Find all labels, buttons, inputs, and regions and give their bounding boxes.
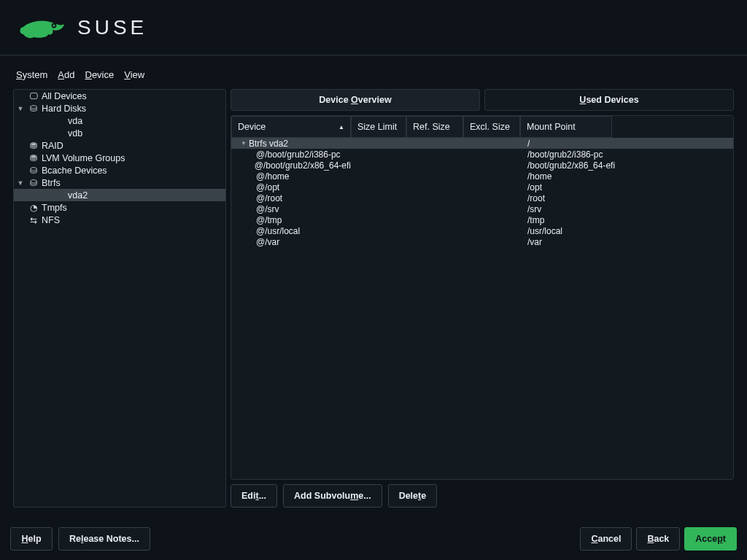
cell-mount: /srv (520, 204, 688, 214)
table-row[interactable]: @/root/root (231, 192, 733, 203)
tree-nfs[interactable]: ⇆ NFS (14, 214, 225, 226)
col-device[interactable]: Device ▲ (231, 116, 351, 138)
chevron-down-icon[interactable]: ▼ (14, 179, 27, 187)
menubar: System Add Device View (0, 64, 747, 85)
cell-device: @/home (256, 171, 290, 182)
cell-device: @/tmp (256, 215, 282, 225)
tree-label: vda2 (66, 190, 88, 201)
tab-device-overview[interactable]: Device Overview (231, 89, 480, 111)
table-body: ▼Btrfs vda2/@/boot/grub2/i386-pc/boot/gr… (231, 138, 733, 247)
tree-vda2[interactable]: vda2 (14, 189, 225, 201)
disk-icon: ⛁ (27, 104, 40, 114)
tree-label: vda (66, 116, 82, 126)
tree-lvm[interactable]: ⛃ LVM Volume Groups (14, 152, 225, 164)
table-header: Device ▲ Size Limit Ref. Size Excl. Size… (231, 116, 733, 138)
footer-bar: Help Release Notes... Cancel Back Accept (0, 518, 747, 560)
cell-device: @/srv (256, 204, 279, 214)
lvm-icon: ⛃ (27, 153, 40, 163)
col-mount-point[interactable]: Mount Point (520, 116, 612, 138)
col-size-limit[interactable]: Size Limit (351, 116, 406, 138)
chevron-down-icon[interactable]: ▼ (239, 140, 249, 147)
table-actions: Edit... Add Subvolume... Delete (231, 484, 734, 508)
tree-label: RAID (40, 141, 63, 151)
tmpfs-icon: ◔ (27, 203, 40, 213)
tree-label: LVM Volume Groups (40, 153, 125, 163)
col-excl-size[interactable]: Excl. Size (463, 116, 520, 138)
btrfs-icon: ⛁ (27, 178, 40, 188)
cell-mount: /boot/grub2/x86_64-efi (520, 160, 688, 171)
tree-hard-disks[interactable]: ▼ ⛁ Hard Disks (14, 102, 225, 114)
geeko-icon (18, 14, 67, 42)
cell-device: Btrfs vda2 (249, 139, 288, 149)
brand-logo: SUSE (18, 14, 147, 42)
svg-point-1 (53, 24, 55, 26)
device-table: Device ▲ Size Limit Ref. Size Excl. Size… (231, 115, 734, 480)
titlebar: SUSE (0, 0, 747, 55)
tree-btrfs[interactable]: ▼ ⛁ Btrfs (14, 176, 225, 189)
table-row[interactable]: @/tmp/tmp (231, 214, 733, 225)
main-area: 🖵 All Devices ▼ ⛁ Hard Disks vda vdb ⛃ R… (0, 85, 747, 508)
table-row[interactable]: @/srv/srv (231, 203, 733, 214)
release-notes-button[interactable]: Release Notes... (58, 527, 150, 551)
cell-mount: /home (520, 171, 688, 182)
menu-add[interactable]: Add (58, 69, 74, 80)
tree-label: Bcache Devices (40, 166, 107, 176)
tabstrip: Device Overview Used Devices (231, 89, 734, 111)
cancel-button[interactable]: Cancel (580, 527, 632, 551)
bcache-icon: ⛁ (27, 166, 40, 176)
menu-device[interactable]: Device (85, 69, 114, 80)
cell-device: @/boot/grub2/i386-pc (256, 149, 341, 160)
help-button[interactable]: Help (10, 527, 53, 551)
cell-mount: /opt (520, 182, 688, 192)
table-row[interactable]: @/boot/grub2/i386-pc/boot/grub2/i386-pc (231, 149, 733, 160)
cell-mount: /var (520, 237, 688, 247)
tree-label: Hard Disks (40, 104, 86, 114)
tree-label: vdb (66, 128, 82, 139)
tree-raid[interactable]: ⛃ RAID (14, 139, 225, 152)
tab-used-devices[interactable]: Used Devices (484, 89, 734, 111)
tree-label: Btrfs (40, 178, 61, 188)
tree-vda[interactable]: vda (14, 114, 225, 127)
tree-bcache[interactable]: ⛁ Bcache Devices (14, 164, 225, 176)
tree-label: NFS (40, 215, 60, 225)
cell-mount: /tmp (520, 215, 688, 225)
col-ref-size[interactable]: Ref. Size (406, 116, 463, 138)
cell-mount: /boot/grub2/i386-pc (520, 149, 688, 160)
tree-vdb[interactable]: vdb (14, 127, 225, 139)
tree-label: All Devices (40, 91, 87, 101)
tree-label: Tmpfs (40, 203, 67, 213)
device-tree[interactable]: 🖵 All Devices ▼ ⛁ Hard Disks vda vdb ⛃ R… (13, 89, 226, 508)
tree-tmpfs[interactable]: ◔ Tmpfs (14, 201, 225, 214)
delete-button[interactable]: Delete (388, 484, 438, 508)
cell-mount: /usr/local (520, 226, 688, 236)
cell-device: @/boot/grub2/x86_64-efi (255, 160, 351, 171)
table-row[interactable]: @/boot/grub2/x86_64-efi/boot/grub2/x86_6… (231, 160, 733, 171)
content-panel: Device Overview Used Devices Device ▲ Si… (231, 89, 734, 508)
table-row[interactable]: ▼Btrfs vda2/ (231, 138, 733, 149)
table-row[interactable]: @/usr/local/usr/local (231, 225, 733, 236)
cell-device: @/usr/local (256, 226, 300, 236)
add-subvolume-button[interactable]: Add Subvolume... (283, 484, 382, 508)
cell-device: @/var (256, 237, 279, 247)
cell-mount: / (520, 139, 688, 149)
accept-button[interactable]: Accept (684, 527, 737, 551)
brand-word: SUSE (77, 16, 147, 39)
back-button[interactable]: Back (636, 527, 680, 551)
edit-button[interactable]: Edit... (231, 484, 277, 508)
table-row[interactable]: @/var/var (231, 236, 733, 247)
table-row[interactable]: @/opt/opt (231, 182, 733, 192)
chevron-down-icon[interactable]: ▼ (14, 105, 27, 112)
nfs-icon: ⇆ (27, 215, 40, 225)
menu-view[interactable]: View (124, 69, 144, 80)
cell-device: @/opt (256, 182, 279, 192)
sort-asc-icon: ▲ (338, 124, 344, 131)
cell-mount: /root (520, 193, 688, 203)
monitor-icon: 🖵 (27, 91, 40, 101)
menu-system[interactable]: System (16, 69, 47, 80)
tree-all-devices[interactable]: 🖵 All Devices (14, 90, 225, 102)
raid-icon: ⛃ (27, 141, 40, 151)
table-row[interactable]: @/home/home (231, 171, 733, 182)
cell-device: @/root (256, 193, 282, 203)
